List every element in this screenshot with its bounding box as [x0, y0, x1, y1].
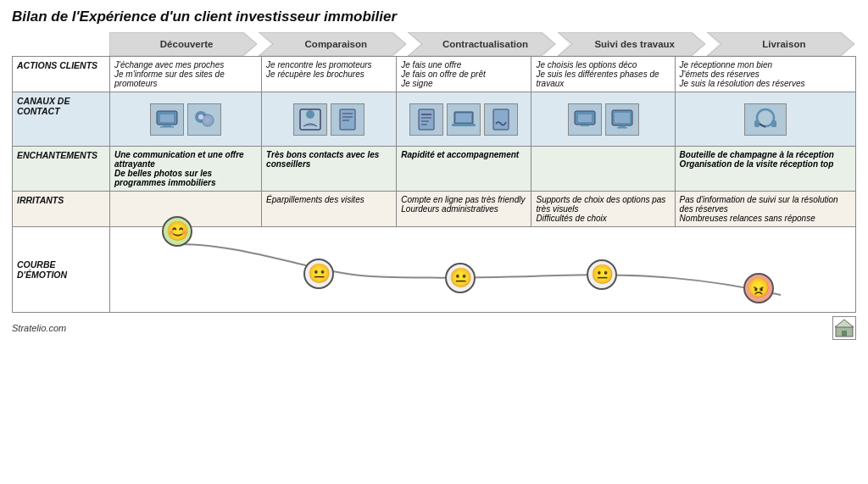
enchantements-cell-3	[531, 147, 675, 192]
phase-contractualisation: Contractualisation	[408, 32, 555, 56]
actions-cell-4: Je réceptionne mon bienJ'émets des réser…	[675, 57, 855, 92]
svg-rect-26	[452, 124, 476, 126]
canaux-row: CANAUX DE CONTACT	[13, 92, 856, 147]
phase-decouverte: Découverte	[109, 32, 257, 56]
enchantements-label: ENCHANTEMENTS	[13, 147, 110, 192]
svg-point-13	[306, 110, 314, 119]
irritants-cell-1: Éparpillements des visites	[262, 192, 397, 227]
actions-row: ACTIONS CLIENTS J'échange avec mes proch…	[13, 57, 856, 92]
emotion-face-neutral-2: 😐	[445, 263, 476, 293]
enchant-0-text: Une communication et une offre attrayant…	[114, 150, 244, 187]
irritants-cell-2: Compte en ligne pas très friendlyLourdeu…	[397, 192, 531, 227]
svg-rect-19	[419, 109, 434, 130]
footer: Stratelio.com	[12, 316, 856, 340]
svg-point-11	[198, 114, 203, 120]
chat-icon	[187, 103, 221, 136]
footer-icon	[832, 316, 856, 340]
svg-rect-32	[615, 113, 630, 123]
svg-rect-8	[160, 126, 174, 128]
actions-label: ACTIONS CLIENTS	[13, 57, 110, 92]
canaux-cell-2	[397, 92, 531, 147]
phase-livraison: Livraison	[707, 32, 854, 56]
page: Bilan de l'Expérience d'un client invest…	[0, 0, 868, 484]
page-title: Bilan de l'Expérience d'un client invest…	[12, 8, 856, 25]
canaux-cell-4	[675, 92, 855, 147]
svg-point-12	[205, 118, 210, 123]
svg-marker-40	[835, 320, 854, 327]
canaux-cell-3	[531, 92, 675, 147]
actions-cell-2: Je fais une offreJe fais on offre de prê…	[397, 57, 531, 92]
sign-icon	[484, 103, 518, 136]
enchantements-cell-2: Rapidité et accompagnement	[397, 147, 531, 192]
enchant-1-text: Très bons contacts avec les conseillers	[266, 150, 379, 169]
courbe-label: COURBE D'ÉMOTION	[13, 227, 110, 313]
svg-rect-25	[456, 114, 471, 122]
emotion-face-happy: 😊	[162, 216, 192, 247]
phase-comparaison: Comparaison	[259, 32, 406, 56]
experience-table: ACTIONS CLIENTS J'échange avec mes proch…	[12, 56, 856, 313]
svg-rect-30	[581, 125, 589, 126]
svg-rect-29	[578, 114, 592, 122]
enchant-4-text: Bouteille de champagne à la réceptionOrg…	[680, 150, 834, 169]
svg-rect-33	[619, 125, 626, 127]
phase-suivi: Suivi des travaux	[558, 32, 705, 56]
canaux-cell-1	[262, 92, 397, 147]
svg-rect-27	[493, 109, 509, 130]
brochure-icon	[331, 103, 364, 136]
footer-logo: Stratelio.com	[12, 323, 66, 333]
actions-cell-3: Je choisis les options décoJe suis les d…	[531, 57, 675, 92]
irritants-cell-4: Pas d'information de suivi sur la résolu…	[675, 192, 855, 227]
enchantements-row: ENCHANTEMENTS Une communication et une o…	[13, 147, 856, 192]
headset-icon	[744, 103, 787, 136]
emotion-face-angry: 😠	[743, 273, 774, 303]
courbe-cell: 😊 😐 😐 😐 😠	[110, 227, 856, 313]
svg-rect-41	[842, 331, 847, 337]
svg-rect-6	[160, 114, 174, 122]
svg-rect-34	[617, 127, 627, 129]
irritants-row: IRRITANTS Éparpillements des visites Com…	[13, 192, 856, 227]
monitor-icon	[605, 103, 639, 136]
laptop-icon	[447, 103, 481, 136]
form-icon	[409, 103, 443, 136]
meeting-icon	[293, 103, 327, 136]
enchantements-cell-4: Bouteille de champagne à la réceptionOrg…	[675, 147, 855, 192]
canaux-label: CANAUX DE CONTACT	[13, 92, 110, 147]
canaux-cell-0	[110, 92, 262, 147]
irritants-label: IRRITANTS	[13, 192, 110, 227]
enchantements-cell-1: Très bons contacts avec les conseillers	[262, 147, 397, 192]
actions-cell-1: Je rencontre les promoteursJe récupère l…	[262, 57, 397, 92]
svg-rect-36	[754, 120, 760, 127]
actions-cell-0: J'échange avec mes prochesJe m'informe s…	[110, 57, 262, 92]
irritants-cell-3: Supports de choix des options pas très v…	[531, 192, 675, 227]
svg-rect-15	[340, 109, 355, 130]
emotion-face-neutral-1: 😐	[303, 259, 334, 289]
enchant-2-text: Rapidité et accompagnement	[401, 150, 519, 159]
svg-rect-7	[163, 125, 171, 126]
courbe-row: COURBE D'ÉMOTION 😊 😐	[13, 227, 856, 313]
enchantements-cell-0: Une communication et une offre attrayant…	[110, 147, 262, 192]
online-account-icon	[568, 103, 602, 136]
emotion-face-neutral-3: 😐	[587, 259, 617, 290]
svg-rect-37	[771, 120, 776, 127]
emotion-curve-container: 😊 😐 😐 😐 😠	[110, 227, 855, 312]
computer-icon	[150, 103, 184, 136]
